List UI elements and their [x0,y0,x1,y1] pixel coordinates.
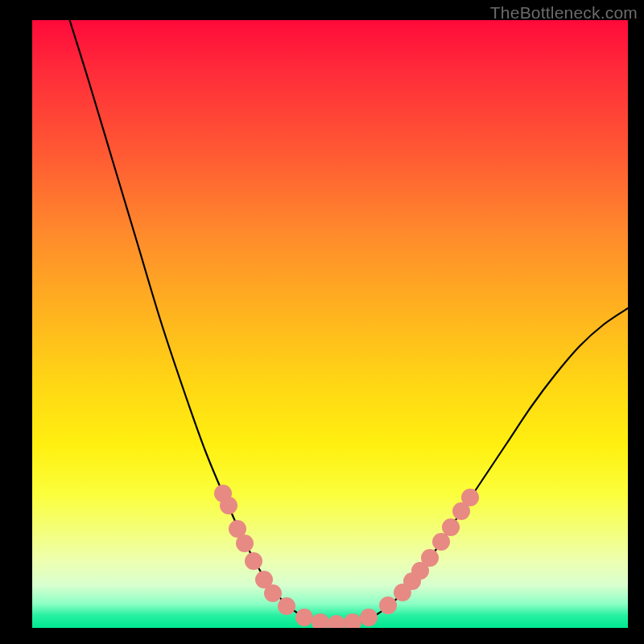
curve-marker [264,584,282,602]
curve-marker [461,489,479,506]
curve-marker [442,518,460,536]
curve-marker [278,597,295,615]
curve-marker [432,533,450,551]
curve-marker [312,613,329,628]
curve-marker [344,613,361,628]
curve-marker [295,609,313,626]
curve-markers [214,485,479,628]
bottleneck-curve [68,20,628,625]
plot-area [32,20,628,628]
chart-svg [32,20,628,628]
curve-marker [379,597,397,614]
curve-marker [360,609,378,626]
curve-marker [328,615,345,628]
curve-marker [421,549,439,567]
curve-marker [245,552,262,570]
curve-marker [220,497,237,514]
chart-frame: TheBottleneck.com [0,0,644,644]
curve-marker [236,535,254,552]
